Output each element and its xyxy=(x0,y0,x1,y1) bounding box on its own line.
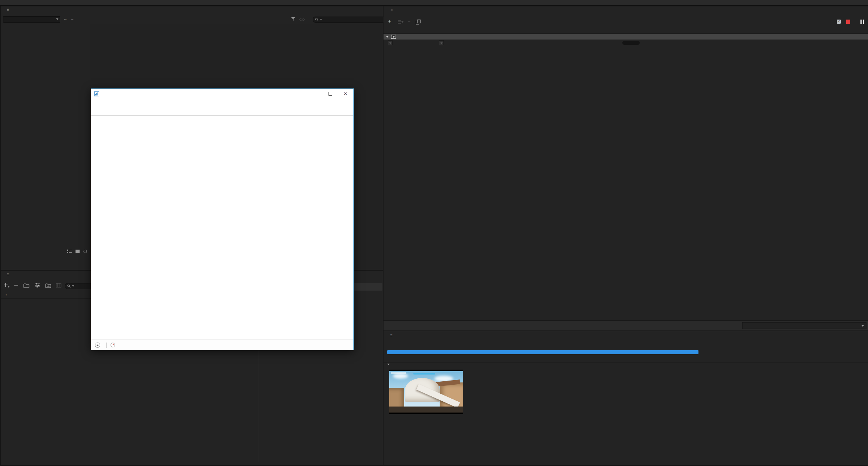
link-icon[interactable] xyxy=(300,18,305,21)
game-frame-image xyxy=(389,371,463,413)
renderer-row xyxy=(384,320,868,330)
progress-fill xyxy=(387,350,698,354)
chevron-down-icon xyxy=(320,19,322,20)
zoom-slider-icon[interactable] xyxy=(83,250,87,253)
preset-dropdown[interactable] xyxy=(439,40,444,45)
preset-browser-header: ≡ xyxy=(4,272,9,276)
checkbox-checked-icon[interactable]: ✓ xyxy=(837,20,841,24)
task-manager-tabs xyxy=(91,106,353,116)
media-view-toggles xyxy=(67,250,87,253)
import-preset-icon[interactable] xyxy=(45,283,51,288)
queue-column-headers xyxy=(384,27,868,34)
filter-funnel-icon[interactable] xyxy=(291,17,295,21)
app-menubar xyxy=(0,0,868,6)
create-preset-icon[interactable] xyxy=(4,283,10,288)
new-group-icon[interactable] xyxy=(23,283,29,288)
encoding-panel: ≡ xyxy=(384,331,868,465)
encoding-header: ≡ xyxy=(387,333,393,337)
task-manager-titlebar[interactable]: ✕ xyxy=(91,89,353,99)
queue-toolbar: + − xyxy=(384,18,868,26)
media-browser-header: ≡ xyxy=(4,8,9,12)
auto-encode-watch-folders[interactable]: ✓ xyxy=(837,20,843,24)
search-icon xyxy=(67,284,71,288)
renderer-select[interactable] xyxy=(742,322,866,329)
encoding-source-row xyxy=(387,345,389,349)
media-location-dropdown[interactable] xyxy=(3,16,60,23)
duplicate-icon[interactable] xyxy=(416,20,421,24)
chevron-down-icon xyxy=(862,325,864,327)
output-status-progressbar xyxy=(622,41,640,45)
thumbnail-view-icon[interactable] xyxy=(75,250,80,253)
panel-menu-icon[interactable]: ≡ xyxy=(7,8,9,12)
queue-tab-strip: ≡ xyxy=(388,8,403,12)
add-output-icon[interactable] xyxy=(398,20,403,24)
video-clip-icon xyxy=(391,35,396,39)
stop-queue-button[interactable] xyxy=(846,20,850,24)
task-manager-window: ✕ xyxy=(91,88,354,350)
search-icon xyxy=(315,18,319,21)
apply-to-queue-icon[interactable] xyxy=(56,283,61,288)
minimize-button[interactable] xyxy=(307,89,322,99)
apply-preset-button[interactable] xyxy=(353,283,383,291)
task-manager-app-icon xyxy=(94,91,99,96)
chevron-down-icon xyxy=(72,285,74,287)
task-manager-menubar xyxy=(91,99,353,106)
panel-menu-icon[interactable]: ≡ xyxy=(391,8,393,12)
application-window: ≡ ← → ≡ xyxy=(0,0,868,466)
panel-menu-icon[interactable]: ≡ xyxy=(7,272,9,276)
chevron-down-icon[interactable] xyxy=(386,36,388,38)
queue-output-row[interactable] xyxy=(384,40,868,46)
add-source-button[interactable]: + xyxy=(388,18,391,24)
encoding-progressbar xyxy=(387,350,698,354)
output-preview-thumbnail xyxy=(389,370,463,414)
forward-arrow-icon[interactable]: → xyxy=(70,16,74,21)
resource-monitor-icon xyxy=(110,343,115,347)
maximize-button[interactable] xyxy=(323,89,338,99)
remove-button[interactable]: − xyxy=(408,18,411,24)
divider xyxy=(384,362,868,362)
sort-ascending-icon: ↑ xyxy=(5,293,7,297)
cpu-core-grid xyxy=(174,140,344,264)
output-preview-toggle[interactable] xyxy=(385,364,392,365)
list-view-icon[interactable] xyxy=(67,250,72,253)
chevron-down-icon xyxy=(56,18,58,20)
close-button[interactable]: ✕ xyxy=(338,89,353,99)
format-dropdown[interactable] xyxy=(388,40,393,45)
collapse-circle-icon[interactable] xyxy=(95,343,100,348)
media-search-input[interactable] xyxy=(313,17,385,23)
queue-panel: ≡ + − ✓ xyxy=(384,6,868,330)
delete-preset-icon[interactable] xyxy=(14,283,18,288)
task-manager-footer xyxy=(91,340,353,350)
preset-settings-icon[interactable] xyxy=(35,283,41,288)
queue-source-row[interactable] xyxy=(384,34,868,40)
chevron-down-icon xyxy=(387,364,390,365)
back-arrow-icon[interactable]: ← xyxy=(63,16,67,21)
panel-menu-icon[interactable]: ≡ xyxy=(390,333,393,337)
pause-queue-button[interactable] xyxy=(860,20,864,24)
